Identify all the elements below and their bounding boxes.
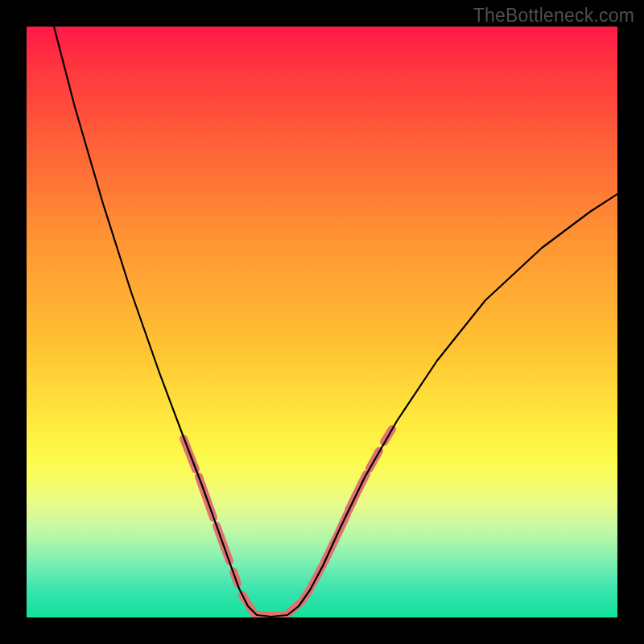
plot-area bbox=[27, 27, 617, 617]
watermark-text: TheBottleneck.com bbox=[473, 5, 634, 27]
main-curve bbox=[54, 27, 617, 617]
chart-frame: TheBottleneck.com bbox=[0, 0, 644, 644]
curve-svg bbox=[27, 27, 617, 617]
